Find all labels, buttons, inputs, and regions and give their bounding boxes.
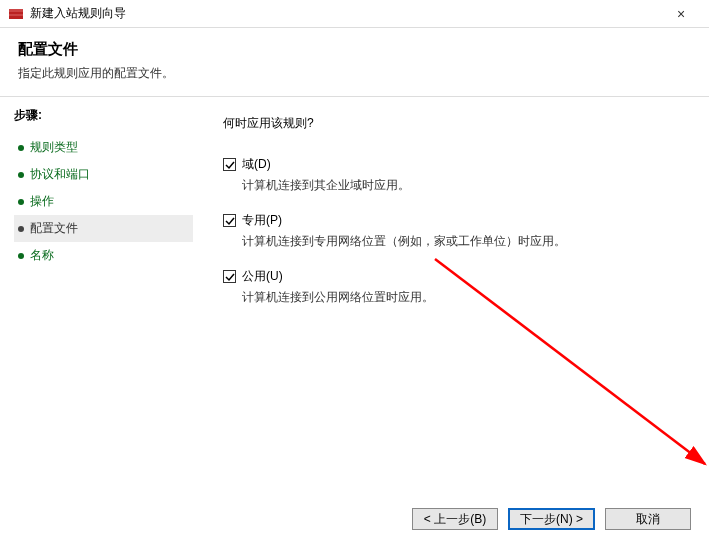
svg-rect-1 <box>9 9 23 12</box>
wizard-footer: < 上一步(B) 下一步(N) > 取消 <box>0 497 709 535</box>
step-label: 操作 <box>30 193 54 210</box>
step-label: 规则类型 <box>30 139 78 156</box>
firewall-icon <box>8 6 24 22</box>
step-label: 配置文件 <box>30 220 78 237</box>
check-icon <box>225 216 235 226</box>
step-item[interactable]: 操作 <box>14 188 193 215</box>
checkbox-label: 域(D) <box>242 156 271 173</box>
content-question: 何时应用该规则? <box>223 115 685 132</box>
check-icon <box>225 272 235 282</box>
page-subtitle: 指定此规则应用的配置文件。 <box>18 65 691 82</box>
steps-sidebar: 步骤: 规则类型协议和端口操作配置文件名称 <box>0 97 205 497</box>
checkbox[interactable] <box>223 214 236 227</box>
page-title: 配置文件 <box>18 40 691 59</box>
bullet-icon <box>18 199 24 205</box>
next-button[interactable]: 下一步(N) > <box>508 508 595 530</box>
bullet-icon <box>18 145 24 151</box>
checkbox[interactable] <box>223 158 236 171</box>
step-label: 协议和端口 <box>30 166 90 183</box>
close-button[interactable]: × <box>661 0 701 27</box>
bullet-icon <box>18 226 24 232</box>
titlebar: 新建入站规则向导 × <box>0 0 709 28</box>
step-item[interactable]: 名称 <box>14 242 193 269</box>
step-item[interactable]: 协议和端口 <box>14 161 193 188</box>
back-button[interactable]: < 上一步(B) <box>412 508 498 530</box>
checkbox-label: 公用(U) <box>242 268 283 285</box>
step-item[interactable]: 规则类型 <box>14 134 193 161</box>
checkbox-description: 计算机连接到专用网络位置（例如，家或工作单位）时应用。 <box>242 233 685 250</box>
checkbox-description: 计算机连接到其企业域时应用。 <box>242 177 685 194</box>
checkbox-row: 公用(U)计算机连接到公用网络位置时应用。 <box>223 268 685 306</box>
checkbox-label: 专用(P) <box>242 212 282 229</box>
steps-heading: 步骤: <box>14 107 193 124</box>
bullet-icon <box>18 172 24 178</box>
checkbox-description: 计算机连接到公用网络位置时应用。 <box>242 289 685 306</box>
wizard-header: 配置文件 指定此规则应用的配置文件。 <box>0 28 709 96</box>
step-label: 名称 <box>30 247 54 264</box>
cancel-button[interactable]: 取消 <box>605 508 691 530</box>
close-icon: × <box>677 6 685 22</box>
bullet-icon <box>18 253 24 259</box>
step-item[interactable]: 配置文件 <box>14 215 193 242</box>
checkbox-row: 专用(P)计算机连接到专用网络位置（例如，家或工作单位）时应用。 <box>223 212 685 250</box>
svg-rect-2 <box>9 14 23 16</box>
checkbox[interactable] <box>223 270 236 283</box>
check-icon <box>225 160 235 170</box>
checkbox-row: 域(D)计算机连接到其企业域时应用。 <box>223 156 685 194</box>
main-content: 何时应用该规则? 域(D)计算机连接到其企业域时应用。专用(P)计算机连接到专用… <box>205 97 709 497</box>
window-title: 新建入站规则向导 <box>30 5 661 22</box>
